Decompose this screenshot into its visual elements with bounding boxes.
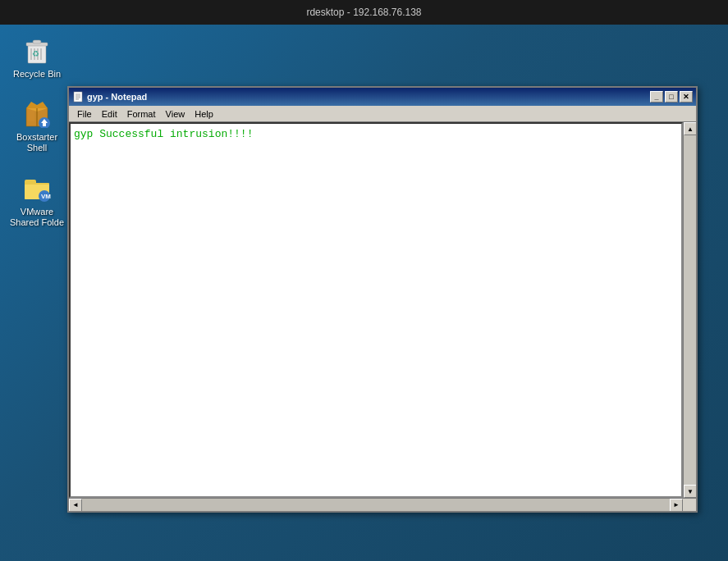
notepad-text-content: gyp Successful intrusion!!!!	[74, 127, 678, 142]
content-area: gyp Successful intrusion!!!! ▲ ▼ ◄ ►	[69, 122, 696, 511]
vertical-scrollbar[interactable]: ▲ ▼	[683, 122, 696, 498]
desktop-icons: ♻ Recycle Bin	[8, 33, 66, 228]
menu-file[interactable]: File	[72, 107, 97, 121]
boxstarter-shell-label: Boxstarter Shell	[8, 132, 66, 153]
menu-view[interactable]: View	[161, 107, 190, 121]
title-bar-left: gyp - Notepad	[72, 91, 147, 103]
svg-text:VM: VM	[41, 193, 51, 200]
svg-rect-13	[28, 110, 34, 121]
scroll-left-button[interactable]: ◄	[69, 499, 82, 512]
notepad-title-text: gyp - Notepad	[87, 92, 147, 102]
desktop: rdesktop - 192.168.76.138	[0, 0, 728, 561]
vmware-shared-image: VM	[21, 171, 53, 203]
vmware-shared-label: VMware Shared Folde	[8, 207, 66, 228]
vmware-shared-icon[interactable]: VM VMware Shared Folde	[8, 171, 66, 228]
svg-rect-6	[33, 40, 41, 43]
scroll-up-button[interactable]: ▲	[684, 122, 696, 135]
minimize-button[interactable]: _	[650, 91, 663, 103]
maximize-button[interactable]: □	[665, 91, 678, 103]
title-bar: gyp - Notepad _ □ ✕	[69, 88, 696, 106]
menu-edit[interactable]: Edit	[97, 107, 122, 121]
content-main: gyp Successful intrusion!!!! ▲ ▼	[69, 122, 696, 498]
horizontal-scrollbar: ◄ ►	[69, 498, 696, 511]
svg-rect-17	[25, 180, 36, 185]
menu-bar: File Edit Format View Help	[69, 106, 696, 122]
recycle-bin-image: ♻	[21, 33, 53, 66]
menu-format[interactable]: Format	[122, 107, 161, 121]
scroll-track-vertical	[684, 135, 696, 485]
close-button[interactable]: ✕	[680, 91, 693, 103]
text-area-wrapper[interactable]: gyp Successful intrusion!!!!	[69, 122, 683, 498]
taskbar-title: rdesktop - 192.168.76.138	[306, 7, 421, 18]
boxstarter-shell-image	[21, 96, 53, 129]
scroll-down-button[interactable]: ▼	[684, 485, 696, 498]
title-bar-buttons: _ □ ✕	[650, 91, 693, 103]
recycle-bin-label: Recycle Bin	[13, 69, 61, 80]
svg-text:♻: ♻	[32, 49, 39, 58]
menu-help[interactable]: Help	[190, 107, 218, 121]
recycle-bin-icon[interactable]: ♻ Recycle Bin	[8, 33, 66, 80]
scroll-track-horizontal	[82, 499, 670, 511]
scroll-corner	[683, 499, 696, 512]
svg-rect-21	[74, 92, 82, 102]
notepad-title-icon	[72, 91, 84, 103]
svg-marker-11	[37, 102, 48, 108]
taskbar-top: rdesktop - 192.168.76.138	[0, 0, 728, 25]
notepad-window: gyp - Notepad _ □ ✕ File Edit Format Vie…	[67, 86, 698, 513]
svg-marker-10	[26, 102, 37, 108]
boxstarter-shell-icon[interactable]: Boxstarter Shell	[8, 96, 66, 153]
scroll-right-button[interactable]: ►	[670, 499, 683, 512]
